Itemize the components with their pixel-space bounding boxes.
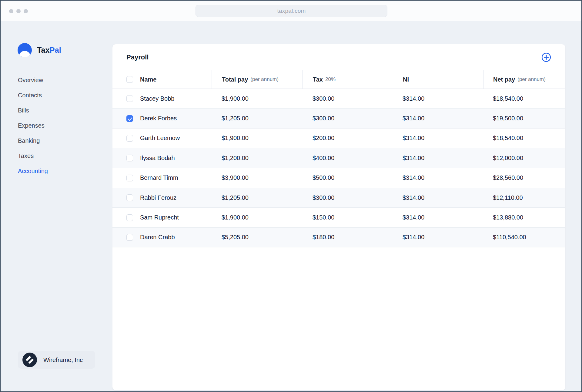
ni-value: $314.00 [403, 214, 424, 221]
net-pay-value: $110,540.00 [493, 234, 526, 241]
total-pay-value: $1,900.00 [222, 135, 249, 142]
table-row[interactable]: Bernard Timm $3,900.00 $500.00 $314.00 $… [112, 168, 565, 188]
column-header-tax: Tax [313, 76, 323, 83]
window-control-dot-icon[interactable] [9, 9, 13, 13]
table-row[interactable]: Sam Ruprecht $1,900.00 $150.00 $314.00 $… [112, 208, 565, 227]
table-row[interactable]: Rabbi Ferouz $1,205.00 $300.00 $314.00 $… [112, 188, 565, 208]
sidebar-item-contacts[interactable]: Contacts [18, 92, 94, 99]
total-pay-value: $3,900.00 [222, 174, 249, 181]
ni-value: $314.00 [403, 174, 424, 181]
employee-name: Derek Forbes [140, 115, 177, 122]
table-row[interactable]: Derek Forbes $1,205.00 $300.00 $314.00 $… [112, 109, 565, 128]
page-title: Payroll [126, 53, 149, 61]
tax-value: $300.00 [313, 115, 334, 122]
url-bar[interactable]: taxpal.com [196, 5, 387, 17]
sidebar-nav: Overview Contacts Bills Expenses Banking… [18, 76, 94, 183]
total-pay-value: $1,900.00 [222, 214, 249, 221]
net-pay-value: $28,560.00 [493, 174, 523, 181]
ni-value: $314.00 [403, 194, 424, 201]
payroll-card: Payroll Name Total pay (per annum) Tax 2… [112, 44, 566, 390]
brand-logo[interactable]: TaxPal [18, 43, 61, 57]
sidebar-item-accounting[interactable]: Accounting [18, 167, 94, 175]
tax-value: $300.00 [313, 194, 334, 201]
sidebar-item-taxes[interactable]: Taxes [18, 152, 94, 159]
employee-name: Ilyssa Bodah [140, 155, 175, 162]
net-pay-value: $18,540.00 [493, 95, 523, 102]
net-pay-value: $13,880.00 [493, 214, 523, 221]
net-pay-value: $19,500.00 [493, 115, 523, 122]
table-row[interactable]: Ilyssa Bodah $1,200.00 $400.00 $314.00 $… [112, 148, 565, 168]
tax-value: $180.00 [313, 234, 334, 241]
select-all-checkbox[interactable] [126, 76, 133, 83]
total-pay-value: $1,900.00 [222, 95, 249, 102]
sidebar-item-overview[interactable]: Overview [18, 76, 94, 84]
table-row[interactable]: Stacey Bobb $1,900.00 $300.00 $314.00 $1… [112, 89, 565, 109]
total-pay-value: $5,205.00 [222, 234, 249, 241]
row-checkbox[interactable] [126, 95, 133, 102]
tax-value: $300.00 [313, 95, 334, 102]
total-pay-value: $1,200.00 [222, 155, 249, 162]
table-row[interactable]: Garth Leemow $1,900.00 $200.00 $314.00 $… [112, 129, 565, 148]
circle-plus-icon [541, 52, 551, 62]
url-text: taxpal.com [277, 8, 306, 14]
row-checkbox[interactable] [126, 175, 133, 181]
ni-value: $314.00 [403, 234, 424, 241]
employee-name: Bernard Timm [140, 174, 178, 181]
taxpal-logo-icon [18, 43, 32, 57]
tax-value: $200.00 [313, 135, 334, 142]
window-controls [9, 9, 28, 13]
table-header: Name Total pay (per annum) Tax 20% NI Ne… [112, 70, 565, 89]
row-checkbox[interactable] [126, 155, 133, 161]
column-header-tax-sub: 20% [325, 76, 336, 82]
column-header-net-pay-sub: (per annum) [517, 76, 546, 82]
table-body: Stacey Bobb $1,900.00 $300.00 $314.00 $1… [112, 89, 565, 247]
brand-name: TaxPal [37, 46, 61, 55]
tax-value: $400.00 [313, 155, 334, 162]
window-control-dot-icon[interactable] [24, 9, 28, 13]
employee-name: Stacey Bobb [140, 95, 174, 102]
net-pay-value: $12,000.00 [493, 155, 523, 162]
company-badge[interactable]: Wireframe, Inc [18, 351, 95, 369]
column-header-total-pay: Total pay [222, 76, 248, 83]
wireframe-logo-icon [22, 353, 37, 367]
company-name: Wireframe, Inc [43, 357, 83, 364]
row-checkbox[interactable] [126, 115, 133, 122]
employee-name: Rabbi Ferouz [140, 194, 176, 201]
column-header-net-pay: Net pay [493, 76, 515, 83]
browser-chrome: taxpal.com [1, 1, 581, 21]
window-control-dot-icon[interactable] [16, 9, 21, 13]
row-checkbox[interactable] [126, 135, 133, 142]
sidebar-item-expenses[interactable]: Expenses [18, 122, 94, 129]
ni-value: $314.00 [403, 155, 424, 162]
tax-value: $500.00 [313, 174, 334, 181]
column-header-total-pay-sub: (per annum) [250, 76, 279, 82]
net-pay-value: $18,540.00 [493, 135, 523, 142]
ni-value: $314.00 [403, 95, 424, 102]
column-header-ni: NI [403, 76, 409, 83]
sidebar-item-bills[interactable]: Bills [18, 107, 94, 114]
employee-name: Garth Leemow [140, 135, 180, 142]
net-pay-value: $12,110.00 [493, 194, 523, 201]
card-header: Payroll [112, 44, 565, 70]
row-checkbox[interactable] [126, 214, 133, 221]
add-employee-button[interactable] [541, 52, 551, 62]
employee-name: Sam Ruprecht [140, 214, 179, 221]
row-checkbox[interactable] [126, 234, 133, 241]
row-checkbox[interactable] [126, 194, 133, 201]
column-header-name: Name [140, 76, 156, 83]
ni-value: $314.00 [403, 135, 424, 142]
sidebar-item-banking[interactable]: Banking [18, 137, 94, 144]
total-pay-value: $1,205.00 [222, 194, 249, 201]
total-pay-value: $1,205.00 [222, 115, 249, 122]
employee-name: Daren Crabb [140, 234, 175, 241]
ni-value: $314.00 [403, 115, 424, 122]
tax-value: $150.00 [313, 214, 334, 221]
table-row[interactable]: Daren Crabb $5,205.00 $180.00 $314.00 $1… [112, 228, 565, 247]
